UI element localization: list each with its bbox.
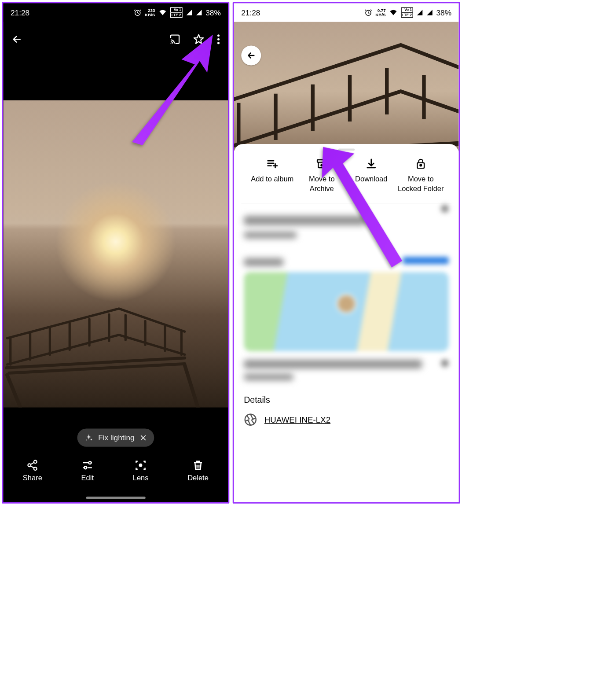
wifi-icon [389,9,398,17]
more-button[interactable] [217,34,220,47]
photo-info [234,204,459,381]
bridge-graphic [234,22,459,151]
archive-icon [316,158,328,170]
details-heading: Details [234,395,459,413]
svg-point-5 [34,460,37,464]
photo-content [4,100,228,408]
device-name: HUAWEI INE-LX2 [264,415,330,425]
info-date-blur [244,216,366,225]
action-row: Add to album Move to Archive Download Mo… [241,155,451,204]
screenshot-right: 21:28 0.77 KB/S Vo 1 LTE 2 38% [233,2,460,504]
svg-point-3 [217,38,220,41]
sheet-grabber[interactable] [338,149,355,151]
alarm-icon [364,9,372,17]
svg-point-7 [34,467,37,470]
photo-viewport[interactable] [4,58,228,449]
chip-label: Fix lighting [98,433,134,442]
info-address2-blur [244,374,293,380]
move-to-archive-button[interactable]: Move to Archive [299,158,345,193]
star-icon [193,34,205,45]
location-map[interactable] [244,272,449,351]
download-icon [365,158,377,170]
sliders-icon [81,459,93,471]
photo-thumb [234,22,459,151]
lens-button[interactable]: Lens [133,459,149,482]
battery-text: 38% [436,8,451,17]
status-icons: 0.77 KB/S Vo 1 LTE 2 38% [364,7,451,18]
svg-point-9 [84,467,87,469]
signal-icon-2 [426,9,433,16]
cast-button[interactable] [169,34,181,47]
svg-point-1 [170,43,171,44]
net-speed: 0.77 KB/S [375,8,385,17]
wifi-icon [158,9,167,17]
device-row[interactable]: HUAWEI INE-LX2 [234,413,459,426]
alarm-icon [134,9,142,17]
close-icon[interactable] [140,434,147,442]
download-button[interactable]: Download [348,158,394,193]
fix-lighting-chip[interactable]: Fix lighting [77,429,154,447]
share-icon [26,459,38,471]
lens-icon [135,459,147,471]
lock-icon [415,158,427,170]
more-vert-icon [217,34,220,45]
status-bar: 21:28 233 KB/S Vo 1 LTE 2 38% [4,4,228,22]
cast-icon [169,34,181,45]
svg-point-8 [89,461,92,464]
svg-point-2 [217,34,220,37]
info-location-label-blur [244,258,283,266]
sparkle-icon [84,433,93,442]
bottom-action-bar: Share Edit Lens Delete [4,449,228,502]
share-button[interactable]: Share [23,459,42,482]
status-time: 21:28 [241,8,260,17]
edit-button[interactable]: Edit [81,459,94,482]
info-caption-blur [244,232,297,239]
info-address-blur [244,360,422,369]
arrow-left-icon [246,51,257,61]
signal-icon-2 [196,9,202,16]
bottom-sheet: Add to album Move to Archive Download Mo… [234,144,459,502]
net-speed: 233 KB/S [145,8,155,17]
back-button[interactable] [241,46,261,66]
gesture-bar [86,497,145,499]
lte-badge: Vo 1 LTE 2 [401,7,413,18]
playlist-add-icon [266,158,278,170]
arrow-left-icon [11,34,23,45]
battery-text: 38% [205,8,221,17]
lte-badge: Vo 1 LTE 2 [170,7,183,18]
screenshot-left: 21:28 233 KB/S Vo 1 LTE 2 38% [2,2,230,504]
svg-point-6 [28,464,31,467]
photo-header [234,22,459,151]
back-button[interactable] [11,34,23,47]
trash-icon [192,459,204,471]
svg-point-10 [139,464,143,467]
favorite-button[interactable] [193,34,205,47]
status-time: 21:28 [11,8,29,17]
use-as-button[interactable]: Use [447,158,451,193]
svg-rect-12 [317,160,326,162]
svg-point-14 [420,165,422,166]
signal-icon [186,9,192,16]
move-to-locked-button[interactable]: Move to Locked Folder [398,158,444,193]
aperture-icon [244,413,257,426]
bridge-graphic [4,269,228,407]
add-to-album-button[interactable]: Add to album [249,158,295,193]
signal-icon [416,9,423,16]
svg-point-4 [217,42,220,44]
delete-button[interactable]: Delete [187,459,209,482]
status-bar: 21:28 0.77 KB/S Vo 1 LTE 2 38% [234,4,459,22]
photo-top-bar [4,22,228,59]
status-icons: 233 KB/S Vo 1 LTE 2 38% [134,7,221,18]
info-location-link-blur [403,257,449,265]
